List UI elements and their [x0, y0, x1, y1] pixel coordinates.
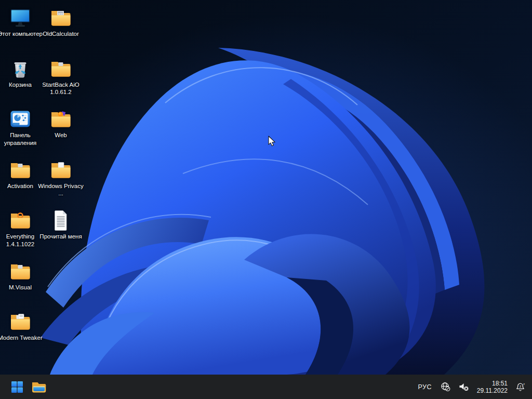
folder-docs-icon — [9, 310, 32, 333]
desktop-icon-label: OldCalculator — [38, 30, 84, 38]
desktop-icon-recycle-bin[interactable]: Корзина — [1, 57, 40, 89]
desktop-icon-label: Activation — [0, 182, 43, 190]
desktop-icon-everything[interactable]: Everything 1.4.1.1022 — [1, 209, 40, 248]
desktop-icon-m-visual[interactable]: M.Visual — [1, 260, 40, 291]
desktop-icon-label: M.Visual — [0, 284, 43, 291]
recycle-bin-icon — [9, 57, 32, 80]
folder-calc-icon — [49, 6, 72, 29]
system-tray: РУС — [417, 380, 527, 394]
desktop-icon-startback-aio[interactable]: StartBack AiO 1.0.61.2 — [41, 57, 81, 96]
start-button[interactable] — [6, 377, 28, 397]
svg-text:z: z — [520, 384, 521, 388]
volume-button[interactable] — [458, 382, 469, 392]
folder-everything-icon — [9, 209, 32, 232]
desktop-icon-label: Корзина — [0, 81, 43, 89]
text-file-icon — [49, 209, 72, 232]
desktop-icon-windows-privacy[interactable]: Windows Privacy ... — [41, 158, 81, 197]
notification-bell-dnd-icon: z z — [515, 381, 527, 392]
folder-web-icon — [49, 108, 72, 130]
desktop-icon-label: StartBack AiO 1.0.61.2 — [38, 81, 84, 96]
desktop-icon-label: Прочитай меня — [38, 233, 84, 241]
clock[interactable]: 18:51 29.11.2022 — [477, 380, 508, 394]
taskbar: РУС — [0, 375, 532, 399]
desktop-icon-label: Web — [38, 131, 84, 139]
desktop-icon-label: Everything 1.4.1.1022 — [0, 233, 43, 248]
folder-app-icon — [49, 57, 72, 80]
desktop-icon-old-calculator[interactable]: OldCalculator — [41, 6, 81, 38]
clock-time: 18:51 — [477, 380, 508, 387]
control-panel-icon — [9, 108, 32, 130]
clock-date: 29.11.2022 — [477, 387, 508, 394]
desktop-icon-activation[interactable]: Activation — [1, 158, 40, 190]
desktop-icon-readme[interactable]: Прочитай меня — [41, 209, 81, 241]
network-status-button[interactable] — [441, 382, 450, 392]
windows-desktop: Этот компьютер OldCalculator Корзина Sta… — [0, 0, 532, 399]
file-explorer-button[interactable] — [28, 377, 50, 397]
desktop-icon-this-pc[interactable]: Этот компьютер — [1, 6, 40, 38]
globe-no-internet-icon — [441, 382, 450, 392]
desktop-icon-web[interactable]: Web — [41, 108, 81, 139]
desktop-icon-control-panel[interactable]: Панель управления — [1, 108, 40, 147]
file-explorer-icon — [31, 380, 47, 394]
desktop-icon-label: Modern Tweaker — [0, 334, 43, 342]
desktop-icon-grid: Этот компьютер OldCalculator Корзина Sta… — [0, 0, 532, 375]
this-pc-icon — [9, 6, 32, 29]
language-indicator[interactable]: РУС — [417, 383, 433, 391]
desktop-icon-label: Windows Privacy ... — [38, 182, 84, 197]
desktop-icon-modern-tweaker[interactable]: Modern Tweaker — [1, 310, 40, 342]
notification-center-button[interactable]: z z — [515, 381, 527, 392]
windows-logo-icon — [11, 381, 23, 393]
svg-text:z: z — [523, 382, 525, 385]
volume-muted-icon — [458, 382, 469, 392]
desktop-icon-label: Панель управления — [0, 131, 43, 147]
desktop-icon-label: Этот компьютер — [0, 30, 43, 38]
folder-app-icon — [9, 158, 32, 181]
folder-doc-icon — [49, 158, 72, 181]
folder-app-icon — [9, 260, 32, 283]
